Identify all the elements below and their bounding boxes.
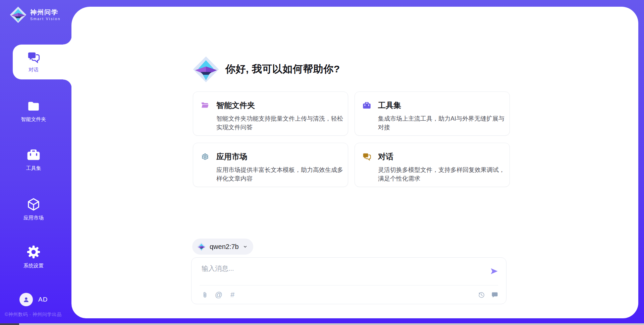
card-description: 集成市场上主流工具，助力AI与外界无缝扩展与对接 — [378, 114, 505, 132]
gear-icon — [26, 244, 41, 260]
toolbox-icon — [26, 147, 41, 162]
toolbox-icon — [362, 101, 371, 110]
message-composer: @ # — [191, 257, 506, 304]
card-chat[interactable]: 对话 灵活切换多模型文件，支持多样回复效果调试，满足个性化需求 — [355, 143, 510, 187]
card-description: 应用市场提供丰富长文本模板，助力高效生成多样化文章内容 — [216, 166, 344, 183]
folder-icon — [26, 99, 41, 113]
card-app-market[interactable]: 应用市场 应用市场提供丰富长文本模板，助力高效生成多样化文章内容 — [193, 143, 348, 187]
brand-name: 神州问学 — [30, 9, 61, 16]
chat-bubbles-icon — [27, 51, 40, 64]
send-icon[interactable] — [490, 267, 499, 276]
chevron-down-icon — [243, 244, 248, 249]
model-name: qwen2:7b — [210, 243, 239, 251]
sidebar-item-label: 系统设置 — [23, 263, 44, 269]
horizontal-scrollbar[interactable] — [0, 323, 644, 325]
card-toolset[interactable]: 工具集 集成市场上主流工具，助力AI与外界无缝扩展与对接 — [355, 91, 510, 136]
brand: 神州问学 Smart Vision — [9, 6, 61, 23]
sidebar-item-settings[interactable]: 系统设置 — [0, 244, 67, 269]
sidebar-item-label: 工具集 — [26, 165, 41, 172]
brand-subtitle: Smart Vision — [30, 17, 61, 21]
sidebar-item-chat[interactable]: 对话 — [13, 45, 72, 79]
folder-open-icon — [201, 101, 210, 110]
paperclip-icon[interactable] — [201, 291, 209, 299]
card-description: 智能文件夹功能支持批量文件上传与清洗，轻松实现文件问答 — [216, 114, 344, 132]
scrollbar-thumb[interactable] — [0, 323, 19, 325]
card-title: 工具集 — [378, 100, 401, 111]
greeting-title: 你好, 我可以如何帮助你? — [225, 62, 340, 76]
sidebar-item-toolset[interactable]: 工具集 — [0, 147, 67, 172]
at-icon[interactable]: @ — [215, 291, 223, 299]
avatar — [19, 293, 33, 306]
chat-square-icon[interactable] — [491, 291, 499, 299]
user-name: AD — [38, 296, 48, 303]
sidebar-item-label: 应用市场 — [23, 215, 44, 221]
user-profile[interactable]: AD — [19, 293, 48, 306]
model-selector[interactable]: qwen2:7b — [192, 239, 253, 255]
sidebar-item-app-market[interactable]: 应用市场 — [0, 197, 67, 221]
composer-toolbar: @ # — [201, 285, 499, 304]
logo-diamond-icon — [192, 56, 220, 83]
greeting: 你好, 我可以如何帮助你? — [192, 55, 340, 84]
card-description: 灵活切换多模型文件，支持多样回复效果调试，满足个性化需求 — [378, 166, 505, 183]
message-input[interactable] — [201, 264, 437, 273]
card-title: 对话 — [378, 151, 393, 162]
sidebar-item-label: 智能文件夹 — [21, 116, 46, 123]
card-title: 应用市场 — [216, 151, 247, 162]
history-icon[interactable] — [477, 291, 485, 299]
logo-diamond-icon — [197, 242, 206, 251]
sidebar-item-smart-folder[interactable]: 智能文件夹 — [0, 99, 67, 123]
person-icon — [22, 296, 30, 304]
cube-grid-icon — [201, 152, 210, 161]
sidebar: 神州问学 Smart Vision 对话 智能文件夹 工具集 应用市场 — [0, 0, 71, 325]
card-smart-folder[interactable]: 智能文件夹 智能文件夹功能支持批量文件上传与清洗，轻松实现文件问答 — [193, 91, 348, 136]
card-title: 智能文件夹 — [216, 100, 255, 111]
hash-icon[interactable]: # — [228, 291, 236, 299]
chat-bubbles-icon — [362, 152, 371, 161]
sidebar-item-label: 对话 — [29, 67, 39, 73]
main-panel: 你好, 我可以如何帮助你? 智能文件夹 智能文件夹功能支持批量文件上传与清洗，轻… — [71, 7, 638, 318]
feature-cards: 智能文件夹 智能文件夹功能支持批量文件上传与清洗，轻松实现文件问答 工具集 集成… — [193, 91, 510, 187]
copyright-text: ©神州数码 · 神州问学出品 — [5, 312, 62, 318]
logo-diamond-icon — [9, 6, 27, 23]
cube-icon — [26, 197, 41, 212]
